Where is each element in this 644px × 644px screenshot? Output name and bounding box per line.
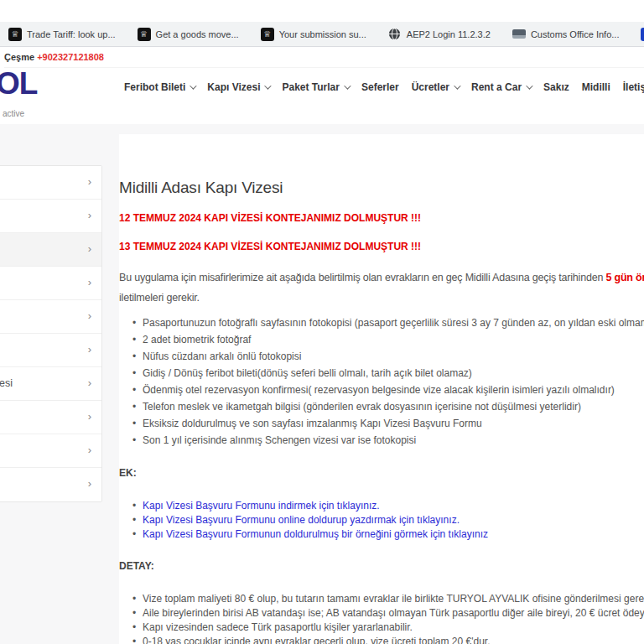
download-form-link[interactable]: Kapı Vizesi Başvuru Formunu indirmek içi… <box>143 500 380 512</box>
chevron-right-icon: › <box>88 175 91 188</box>
detay-item: •Vize toplam maliyeti 80 € olup, bu tuta… <box>119 592 644 606</box>
requirement-item: •2 adet biometrik fotoğraf <box>119 331 644 348</box>
link-item: •Kapı Vizesi Başvuru Formunun doldurulmu… <box>119 527 644 542</box>
requirement-item: •Pasaportunuzun fotoğraflı sayfasının fo… <box>119 314 644 331</box>
caret-down-icon <box>190 82 197 89</box>
page-title: Midilli Adası Kapı Vizesi <box>119 179 644 197</box>
chevron-right-icon: › <box>88 410 91 423</box>
site-logo[interactable]: OL <box>0 66 37 101</box>
detay-list: •Vize toplam maliyeti 80 € olup, bu tuta… <box>119 592 644 644</box>
requirement-item: •Eksiksiz doldurulmuş ve son sayfası imz… <box>119 415 644 432</box>
logo-subtext: active <box>3 109 24 118</box>
requirement-item: •Nüfus cüzdanı arkalı önlü fotokopisi <box>119 348 644 365</box>
online-form-link[interactable]: Kapı Vizesi Başvuru Formunu online doldu… <box>143 514 460 526</box>
nav-rent-a-car[interactable]: Rent a Car <box>471 81 531 93</box>
intro-paragraph: Bu uygulama için misafirlerimize ait aşa… <box>119 269 644 286</box>
requirement-item: •Son 1 yıl içerisinde alınmış Schengen v… <box>119 432 644 449</box>
caret-down-icon <box>265 82 272 89</box>
chevron-right-icon: › <box>88 343 91 356</box>
caret-down-icon <box>344 82 351 89</box>
nav-iletisim[interactable]: İletişim <box>623 81 644 93</box>
bookmark-label: AEP2 Login 11.2.3.2 <box>407 29 491 39</box>
sample-form-link[interactable]: Kapı Vizesi Başvuru Formunun doldurulmuş… <box>143 528 488 540</box>
link-item: •Kapı Vizesi Başvuru Formunu indirmek iç… <box>119 499 644 513</box>
gov-crest-icon: ♕ <box>8 28 22 41</box>
bookmark-label: Trade Tariff: look up... <box>27 29 116 39</box>
main-content: Midilli Adası Kapı Vizesi 12 TEMMUZ 2024… <box>119 134 644 644</box>
quota-alert-13-temmuz: 13 TEMMUZ 2024 KAPI VİZESİ KONTEJANIMIZ … <box>119 241 644 252</box>
main-nav: Feribot Bileti Kapı Vizesi Paket Turlar … <box>124 81 644 93</box>
ek-heading: EK: <box>119 467 644 479</box>
office-name: Çeşme <box>4 52 34 62</box>
sidebar-item[interactable]: › <box>0 434 101 468</box>
sidebar-menu: › › › › › › esi› › › › <box>0 165 102 502</box>
nav-ucretler[interactable]: Ücretler <box>412 81 459 93</box>
intro-paragraph-line2: iletilmeleri gerekir. <box>119 289 644 306</box>
bookmark-customs-office[interactable]: Customs Office Info... <box>512 29 620 39</box>
customs-icon <box>512 29 526 39</box>
phone-number[interactable]: +902327121808 <box>37 52 104 62</box>
nav-seferler[interactable]: Seferler <box>361 81 399 93</box>
sidebar-item-kapi-vizesi[interactable]: esi› <box>0 367 101 401</box>
sidebar-item[interactable]: › <box>0 300 101 334</box>
chevron-right-icon: › <box>88 242 91 255</box>
sidebar-item[interactable]: › <box>0 267 101 300</box>
nav-feribot-bileti[interactable]: Feribot Bileti <box>124 81 195 93</box>
nav-midilli[interactable]: Midilli <box>582 81 610 93</box>
sidebar-item[interactable]: › <box>0 166 101 200</box>
nav-paket-turlar[interactable]: Paket Turlar <box>282 81 348 93</box>
bookmarks-bar: ♕ Trade Tariff: look up... ♕ Get a goods… <box>0 22 644 47</box>
chevron-right-icon: › <box>88 477 91 490</box>
globe-icon <box>388 28 402 41</box>
chevron-right-icon: › <box>88 276 91 288</box>
chevron-right-icon: › <box>88 444 91 456</box>
contact-strip: Çeşme +902327121808 <box>4 52 644 68</box>
caret-down-icon <box>454 82 460 89</box>
bookmark-eori-validation[interactable]: EORI number valida... <box>641 28 644 41</box>
bookmark-trade-tariff[interactable]: ♕ Trade Tariff: look up... <box>8 28 116 41</box>
sidebar-item[interactable]: › <box>0 468 101 501</box>
bookmark-your-submission[interactable]: ♕ Your submission su... <box>261 28 366 41</box>
eu-flag-icon <box>641 28 644 41</box>
bookmark-label: Get a goods move... <box>156 29 239 39</box>
caret-down-icon <box>526 82 532 89</box>
gov-crest-icon: ♕ <box>261 28 274 41</box>
bookmark-aep2-login[interactable]: AEP2 Login 11.2.3.2 <box>388 28 491 41</box>
detay-item: •0-18 yaş çocuklar içinde aynı evraklar … <box>119 635 644 644</box>
nav-sakiz[interactable]: Sakız <box>543 81 569 93</box>
requirement-item: •Gidiş / Dönüş feribot bileti(dönüş sefe… <box>119 365 644 382</box>
sidebar-item[interactable]: › <box>0 334 101 367</box>
chevron-right-icon: › <box>88 377 91 389</box>
gov-crest-icon: ♕ <box>138 28 151 41</box>
sidebar-item[interactable]: › <box>0 401 101 434</box>
nav-kapi-vizesi[interactable]: Kapı Vizesi <box>207 81 269 93</box>
deadline-highlight: 5 gün önce <box>605 272 644 283</box>
bookmark-label: Customs Office Info... <box>531 29 620 39</box>
detay-heading: DETAY: <box>119 560 644 572</box>
sidebar-item-active[interactable]: › <box>0 233 101 267</box>
bookmark-goods-movement[interactable]: ♕ Get a goods move... <box>138 28 239 41</box>
site-header: Çeşme +902327121808 OL active Feribot Bi… <box>0 48 644 124</box>
ek-links-list: •Kapı Vizesi Başvuru Formunu indirmek iç… <box>119 499 644 542</box>
detay-item: •Aile bireylerinden birisi AB vatandaşı … <box>119 606 644 621</box>
bookmark-label: Your submission su... <box>279 29 366 39</box>
requirements-list: •Pasaportunuzun fotoğraflı sayfasının fo… <box>119 314 644 449</box>
sidebar-item[interactable]: › <box>0 200 101 233</box>
link-item: •Kapı Vizesi Başvuru Formunu online dold… <box>119 513 644 527</box>
chevron-right-icon: › <box>88 209 91 221</box>
quota-alert-12-temmuz: 12 TEMMUZ 2024 KAPI VİZESİ KONTEJANIMIZ … <box>119 212 644 224</box>
detay-item: •Kapı vizesinden sadece Türk pasaportlu … <box>119 621 644 635</box>
requirement-item: •Ödenmiş otel rezervasyon konfirmesi( re… <box>119 382 644 398</box>
requirement-item: •Telefon meslek ve ikametgah bilgisi (gö… <box>119 398 644 415</box>
chevron-right-icon: › <box>88 309 91 322</box>
